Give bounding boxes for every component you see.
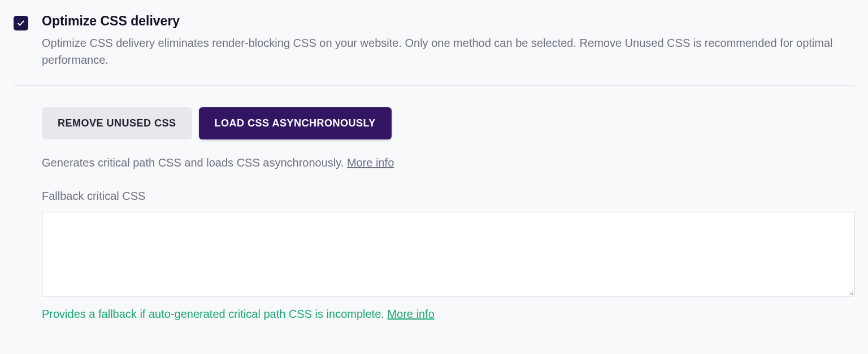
tab-more-info-link[interactable]: More info xyxy=(347,156,394,169)
setting-title: Optimize CSS delivery xyxy=(42,14,854,29)
setting-content: Optimize CSS delivery Optimize CSS deliv… xyxy=(42,14,854,321)
optimize-css-setting: Optimize CSS delivery Optimize CSS deliv… xyxy=(14,14,854,321)
optimize-css-checkbox[interactable] xyxy=(14,16,28,30)
fallback-help-text-content: Provides a fallback if auto-generated cr… xyxy=(42,308,387,320)
tab-remove-unused-css[interactable]: Remove Unused CSS xyxy=(42,107,192,139)
fallback-critical-css-textarea[interactable] xyxy=(42,212,854,296)
setting-description: Optimize CSS delivery eliminates render-… xyxy=(42,34,854,68)
tab-buttons: Remove Unused CSS Load CSS Asynchronousl… xyxy=(42,107,854,139)
tab-description: Generates critical path CSS and loads CS… xyxy=(42,156,854,169)
fallback-label: Fallback critical CSS xyxy=(42,190,854,203)
fallback-more-info-link[interactable]: More info xyxy=(387,308,434,320)
checkbox-wrapper xyxy=(14,14,28,30)
tab-load-css-async[interactable]: Load CSS Asynchronously xyxy=(199,107,392,139)
fallback-help-text: Provides a fallback if auto-generated cr… xyxy=(42,308,854,321)
divider xyxy=(14,85,854,86)
tab-description-text: Generates critical path CSS and loads CS… xyxy=(42,156,347,169)
checkmark-icon xyxy=(16,19,25,28)
